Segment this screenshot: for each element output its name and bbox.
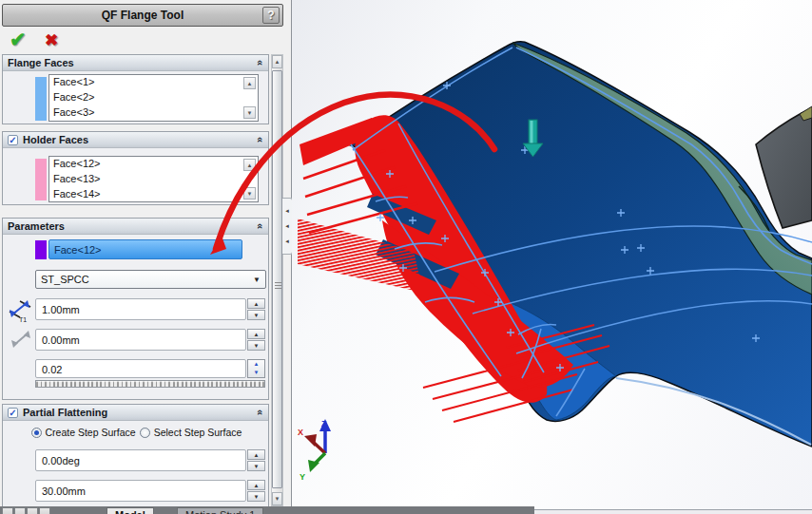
group-header-holder-faces[interactable]: ✓ Holder Faces « [3,132,268,148]
group-parameters: Parameters « Face<12> ST_SPCC ▼ T1 1.00m… [2,218,269,400]
z-axis-label: Z [321,419,327,428]
spin-up-icon[interactable]: ▲ [247,298,265,309]
spin-down-icon[interactable]: ▼ [247,310,265,320]
status-strip [534,509,812,514]
tab-scroll-button[interactable] [2,507,13,514]
side-face-gray[interactable] [756,108,812,228]
group-label: Holder Faces [23,134,88,145]
tolerance-slider[interactable] [35,380,265,388]
group-header-flange-faces[interactable]: Flange Faces « [3,55,268,71]
group-partial-flattening: ✓ Partial Flattening « Create Step Surfa… [2,404,269,506]
collapse-chevron-icon[interactable]: « [255,409,266,415]
step-surface-options: Create Step Surface Select Step Surface [3,427,270,438]
ok-check-icon[interactable]: ✔ [10,29,27,51]
thickness-spinner[interactable]: ▲ ▼ [247,298,265,320]
graphics-viewport[interactable]: X Y Z [292,0,812,509]
step-length-spinner[interactable]: ▲ ▼ [247,480,265,502]
spin-down-icon[interactable]: ▼ [247,491,265,502]
holder-color-swatch [35,159,47,200]
spin-down-icon[interactable]: ▼ [247,461,265,471]
flange-faces-list[interactable]: Face<1> Face<2> Face<3> ▲ ▼ [48,74,259,122]
spin-down-icon[interactable]: ▼ [247,340,265,351]
action-buttons: ✔ ✖ [0,29,271,53]
collapse-chevron-icon[interactable]: « [255,223,266,229]
list-item[interactable]: Face<13> [49,172,258,187]
tab-model[interactable]: Model [106,507,154,514]
tolerance-input[interactable]: 0.02 [35,359,246,378]
y-axis-label: Y [300,472,305,482]
scrollbar-thumb[interactable] [272,70,282,488]
offset-input[interactable]: 0.00mm [35,329,246,351]
list-item[interactable]: Face<12> [49,157,258,172]
scroll-down-icon[interactable]: ▼ [243,106,256,119]
select-step-surface-radio[interactable] [140,428,150,438]
left-arrow-icon: ◂ [285,208,289,214]
tab-scroll-button[interactable] [14,507,26,514]
flange-color-swatch [35,77,47,121]
scroll-up-icon[interactable]: ▲ [243,159,256,171]
dialog-title: QF Flange Tool [102,9,184,22]
radio-label: Select Step Surface [154,427,242,438]
cancel-x-icon[interactable]: ✖ [45,30,58,50]
spin-down-icon[interactable]: ▼ [248,369,264,377]
thickness-input[interactable]: 1.00mm [35,298,246,320]
model-3d[interactable]: X Y Z [292,0,812,509]
group-label: Flange Faces [8,57,74,68]
holder-faces-list[interactable]: Face<12> Face<13> Face<14> ▲ ▼ [48,156,259,202]
group-header-partial-flattening[interactable]: ✓ Partial Flattening « [3,405,268,421]
tolerance-spinner[interactable]: ▲ ▼ [247,359,265,378]
list-item[interactable]: Face<2> [49,90,258,105]
spin-up-icon[interactable]: ▲ [247,480,265,490]
help-button[interactable]: ? [262,7,280,24]
list-item[interactable]: Face<3> [49,105,258,121]
offset-spinner[interactable]: ▲ ▼ [247,329,265,351]
thickness-t1-icon: T1 [7,296,33,323]
material-value: ST_SPCC [41,274,89,285]
material-dropdown[interactable]: ST_SPCC ▼ [35,270,266,289]
document-tab-bar: Model Motion Study 1 [0,506,534,514]
scroll-down-icon[interactable]: ▼ [243,187,256,200]
step-angle-spinner[interactable]: ▲ ▼ [247,449,265,471]
tab-motion-study[interactable]: Motion Study 1 [177,507,263,514]
parameter-color-swatch [35,240,47,259]
group-header-parameters[interactable]: Parameters « [3,219,268,235]
dialog-titlebar[interactable]: QF Flange Tool ? [2,4,283,27]
radio-label: Create Step Surface [46,427,136,438]
left-arrow-icon: ◂ [285,223,289,229]
group-holder-faces: ✓ Holder Faces « Face<12> Face<13> Face<… [2,131,269,205]
step-angle-input[interactable]: 0.00deg [35,449,246,471]
scroll-up-icon[interactable]: ▲ [243,77,256,89]
spin-up-icon[interactable]: ▲ [247,329,265,339]
step-length-input[interactable]: 30.00mm [35,480,246,502]
collapse-chevron-icon[interactable]: « [255,60,266,66]
list-item[interactable]: Face<14> [49,187,258,202]
tab-scroll-button[interactable] [39,507,50,514]
group-flange-faces: Flange Faces « Face<1> Face<2> Face<3> ▲… [2,54,269,124]
scroll-up-icon[interactable]: ▲ [272,55,282,68]
left-arrow-icon: ◂ [285,238,289,244]
scroll-down-icon[interactable]: ▼ [272,492,282,505]
list-item[interactable]: Face<1> [49,75,258,90]
selected-face-field[interactable]: Face<12> [48,239,242,259]
partial-flattening-checkbox[interactable]: ✓ [8,408,18,418]
offset-icon [9,328,33,352]
group-label: Parameters [8,220,65,232]
create-step-surface-radio[interactable] [31,428,42,438]
property-manager-panel: QF Flange Tool ? ✔ ✖ Flange Faces « Face… [0,0,292,506]
x-axis-label: X [298,428,303,437]
svg-text:T1: T1 [19,316,27,323]
holder-faces-checkbox[interactable]: ✓ [8,135,18,145]
group-label: Partial Flattening [23,407,107,418]
tab-scroll-button[interactable] [27,507,38,514]
coordinate-triad: X Y Z [298,419,331,482]
spin-up-icon[interactable]: ▲ [247,449,265,460]
spin-up-icon[interactable]: ▲ [248,360,264,369]
dropdown-arrow-icon: ▼ [253,276,261,284]
panel-scrollbar[interactable]: ▲ ▼ [271,54,283,506]
collapse-chevron-icon[interactable]: « [255,137,266,143]
